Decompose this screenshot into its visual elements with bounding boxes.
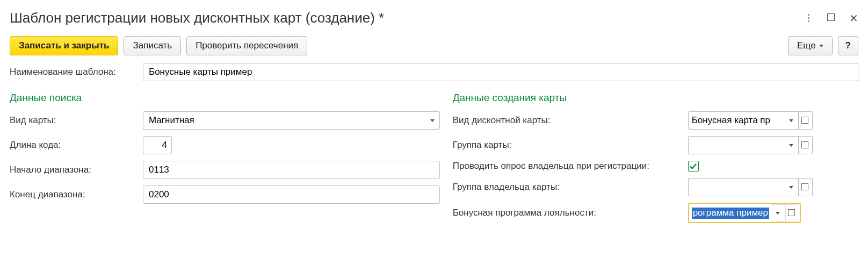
range-start-input[interactable] <box>143 161 440 179</box>
loyalty-program-input[interactable]: рограмма пример <box>690 204 771 222</box>
close-icon[interactable]: ✕ <box>849 15 858 22</box>
range-end-label: Конец диапазона: <box>10 189 139 200</box>
card-group-dropdown-button[interactable] <box>785 136 799 154</box>
check-intersections-button[interactable]: Проверить пересечения <box>186 36 307 55</box>
owner-group-dropdown-button[interactable] <box>785 178 799 196</box>
check-icon <box>689 162 697 170</box>
code-length-label: Длина кода: <box>10 140 139 151</box>
discount-card-type-select[interactable] <box>688 111 813 130</box>
loyalty-program-dropdown-button[interactable] <box>771 204 785 222</box>
loyalty-program-select[interactable]: рограмма пример <box>688 203 801 223</box>
card-type-dropdown-button[interactable] <box>426 111 440 130</box>
discount-card-type-label: Вид дисконтной карты: <box>453 115 684 126</box>
owner-group-input[interactable] <box>688 178 785 196</box>
owner-group-open-button[interactable] <box>799 178 813 196</box>
chevron-down-icon <box>430 119 435 122</box>
card-group-select[interactable] <box>688 136 813 154</box>
maximize-icon[interactable] <box>826 12 836 24</box>
more-button-label: Еще <box>797 40 816 51</box>
open-icon <box>802 142 808 148</box>
open-icon <box>802 118 808 124</box>
survey-label: Проводить опрос владельца при регистраци… <box>453 161 684 172</box>
chevron-down-icon <box>776 212 780 215</box>
chevron-down-icon <box>819 45 823 47</box>
owner-group-label: Группа владельца карты: <box>453 182 684 192</box>
chevron-down-icon <box>789 144 793 147</box>
card-group-label: Группа карты: <box>453 140 684 151</box>
template-name-label: Наименование шаблона: <box>10 67 139 77</box>
open-icon <box>802 184 808 190</box>
loyalty-program-open-button[interactable] <box>785 204 799 222</box>
help-button[interactable]: ? <box>838 36 858 55</box>
discount-card-type-open-button[interactable] <box>799 111 813 130</box>
discount-card-type-input[interactable] <box>688 111 785 130</box>
section-search-title: Данные поиска <box>10 92 440 104</box>
menu-dots-icon[interactable] <box>804 14 813 22</box>
section-creation-title: Данные создания карты <box>453 92 858 104</box>
more-button[interactable]: Еще <box>788 36 833 55</box>
code-length-input[interactable] <box>143 136 172 154</box>
save-and-close-button[interactable]: Записать и закрыть <box>10 36 118 55</box>
loyalty-program-label: Бонусная программа лояльности: <box>453 208 684 218</box>
range-end-input[interactable] <box>143 186 440 204</box>
card-group-input[interactable] <box>688 136 785 154</box>
card-type-label: Вид карты: <box>10 115 139 126</box>
template-name-input[interactable] <box>143 63 858 81</box>
owner-group-select[interactable] <box>688 178 813 196</box>
discount-card-type-dropdown-button[interactable] <box>785 111 799 130</box>
loyalty-program-value: рограмма пример <box>692 208 769 219</box>
window-title: Шаблон регистрации новых дисконтных карт… <box>10 10 384 26</box>
save-button[interactable]: Записать <box>124 36 181 55</box>
card-group-open-button[interactable] <box>799 136 813 154</box>
chevron-down-icon <box>789 186 793 189</box>
card-type-input[interactable] <box>143 111 426 130</box>
range-start-label: Начало диапазона: <box>10 165 139 175</box>
survey-checkbox[interactable] <box>688 161 699 172</box>
open-icon <box>789 210 795 216</box>
chevron-down-icon <box>789 119 793 122</box>
card-type-select[interactable] <box>143 111 440 130</box>
